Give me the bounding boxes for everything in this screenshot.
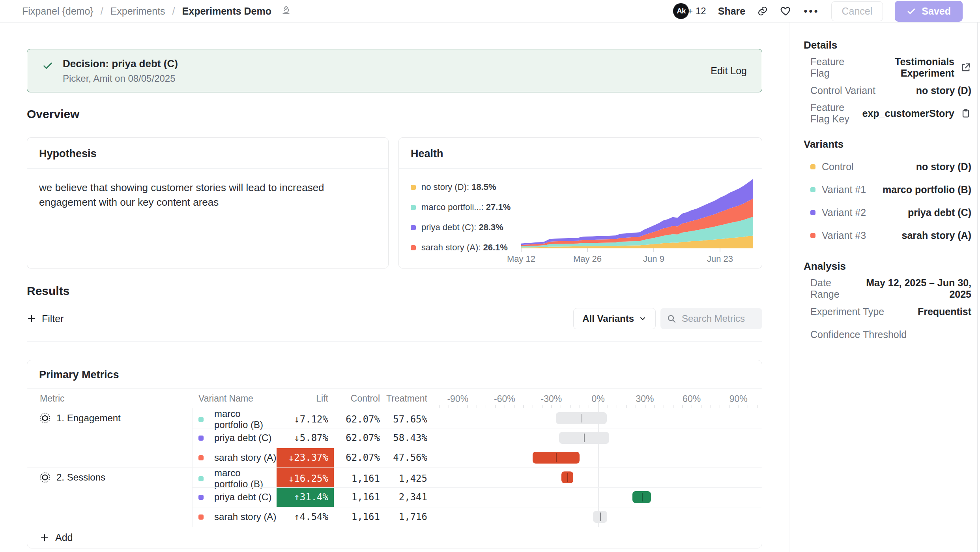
sidebar-heading-variants: Variants <box>804 138 971 150</box>
table-row[interactable]: sarah story (A)↑4.54%1,1611,716 <box>27 507 762 527</box>
axis-tick <box>486 405 486 408</box>
search-icon <box>667 314 676 324</box>
search-metrics-input[interactable] <box>681 313 756 325</box>
scrollbar-track[interactable] <box>977 23 978 552</box>
variant-name-cell: marco portfolio (B) <box>192 408 277 430</box>
control-value: 62.07% <box>334 452 380 463</box>
confidence-interval-bar <box>561 471 573 483</box>
legend-item: priya debt (C): 28.3% <box>411 222 521 233</box>
sidebar-value: exp_customerStory <box>862 108 954 119</box>
legend-label: sarah story (A): 26.1% <box>421 242 508 253</box>
legend-color-swatch <box>411 185 416 190</box>
control-value: 1,161 <box>334 511 380 522</box>
variants-row: Variant #1marco portfolio (B) <box>804 178 971 201</box>
axis-tick <box>477 405 477 408</box>
variant-name: priya debt (C) <box>214 432 271 443</box>
cancel-button[interactable]: Cancel <box>831 1 883 21</box>
breadcrumb-item[interactable]: Fixpanel {demo} <box>22 6 94 17</box>
sidebar-value: priya debt (C) <box>908 207 971 218</box>
variant-color-swatch <box>198 476 204 481</box>
breadcrumb-separator: / <box>172 6 175 17</box>
variants-row: Variant #3sarah story (A) <box>804 224 971 247</box>
axis-tick <box>739 405 739 408</box>
table-row[interactable]: priya debt (C)↓5.87%62.07%58.43% <box>27 428 762 448</box>
health-area-chart <box>521 175 753 252</box>
variant-name-cell: sarah story (A) <box>192 511 277 522</box>
axis-label: -60% <box>494 394 515 404</box>
overview-heading: Overview <box>27 107 762 121</box>
favorite-heart-icon[interactable] <box>780 5 792 17</box>
metric-name[interactable]: 2. Sessions <box>27 468 192 487</box>
variant-name: sarah story (A) <box>214 452 276 463</box>
primary-metrics-title: Primary Metrics <box>27 360 762 389</box>
legend-color-swatch <box>411 205 416 210</box>
axis-label: -90% <box>447 394 468 404</box>
collaborators-count[interactable]: + 12 <box>687 6 706 17</box>
check-icon <box>42 60 53 71</box>
variants-dropdown[interactable]: All Variants <box>573 308 656 329</box>
row-divider <box>27 468 762 468</box>
edit-log-button[interactable]: Edit Log <box>711 65 747 77</box>
sidebar-label: Control Variant <box>810 85 875 96</box>
sidebar-value[interactable]: Testimonials Experiment <box>857 56 954 79</box>
control-value: 62.07% <box>334 414 380 425</box>
variant-name-cell: priya debt (C) <box>192 432 277 443</box>
more-options-button[interactable]: ••• <box>804 5 819 17</box>
clipboard-icon[interactable] <box>960 108 971 119</box>
lift-value: ↓5.87% <box>277 428 334 448</box>
axis-tick <box>495 405 496 408</box>
breadcrumb-item[interactable]: Experiments <box>110 6 165 17</box>
row-divider <box>192 428 762 428</box>
sidebar-label: Variant #1 <box>822 184 866 195</box>
variant-color-swatch <box>198 455 204 460</box>
lift-value: ↑31.4% <box>277 487 334 507</box>
axis-tick <box>505 405 505 408</box>
share-button[interactable]: Share <box>718 6 745 17</box>
external-link-icon[interactable] <box>960 62 971 73</box>
avatar[interactable]: Ak <box>673 3 689 19</box>
decision-title: Decision: priya debt (C) <box>63 58 178 70</box>
copy-link-icon[interactable] <box>757 6 768 17</box>
saved-button[interactable]: Saved <box>895 1 963 22</box>
axis-tick <box>692 405 692 408</box>
legend-color-swatch <box>411 245 416 250</box>
breadcrumb: Fixpanel {demo}/Experiments/Experiments … <box>22 5 291 17</box>
lift-value: ↓7.12% <box>277 408 334 430</box>
confidence-interval-bar <box>556 412 606 424</box>
breadcrumb-separator: / <box>101 6 103 17</box>
health-title: Health <box>399 138 762 169</box>
lift-text: ↓23.37% <box>288 452 328 463</box>
results-heading: Results <box>27 284 762 298</box>
metric-label: 2. Sessions <box>56 472 105 483</box>
col-metric: Metric <box>27 393 192 404</box>
sidebar-label: Confidence Threshold <box>810 329 907 340</box>
sidebar-value: marco portfolio (B) <box>883 184 971 195</box>
variant-color-swatch <box>198 417 204 422</box>
metric-icon <box>39 471 51 483</box>
axis-tick <box>645 405 645 408</box>
add-metric-button[interactable]: Add <box>27 527 762 548</box>
legend-item: no story (D): 18.5% <box>411 182 521 192</box>
axis-tick <box>682 405 683 408</box>
microscope-icon <box>281 5 291 17</box>
add-filter-button[interactable]: Filter <box>27 313 64 325</box>
metric-name[interactable]: 1. Engagement <box>27 408 192 428</box>
chevron-down-icon <box>639 315 647 323</box>
axis-label: 60% <box>683 394 701 404</box>
sidebar-heading-details: Details <box>804 39 971 51</box>
confidence-interval-tick <box>584 434 585 442</box>
variant-name: marco portfolio (B) <box>214 468 277 490</box>
health-x-axis-label: May 12 <box>501 254 541 264</box>
axis-tick <box>654 405 655 408</box>
lift-value: ↓23.37% <box>277 448 334 468</box>
axis-tick <box>729 405 729 408</box>
axis-label: 90% <box>729 394 748 404</box>
sidebar-label: Date Range <box>810 277 857 300</box>
health-x-axis-label: Jun 9 <box>634 254 673 264</box>
plus-icon <box>40 533 49 543</box>
table-row[interactable]: sarah story (A)↓23.37%62.07%47.56% <box>27 448 762 468</box>
analysis-row: Date RangeMay 12, 2025 – Jun 30, 2025 <box>804 277 971 300</box>
details-row: Feature Flag Keyexp_customerStory <box>804 102 971 125</box>
axis-tick <box>608 405 608 408</box>
table-row[interactable]: priya debt (C)↑31.4%1,1612,341 <box>27 487 762 507</box>
